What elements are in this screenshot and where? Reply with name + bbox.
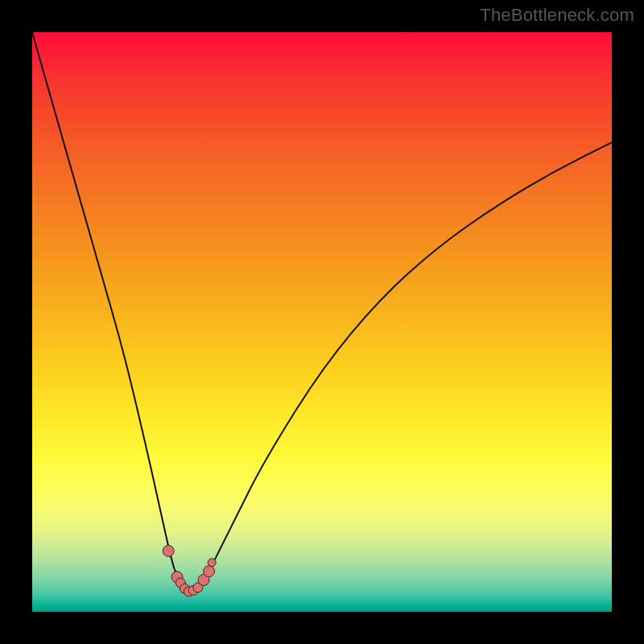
- plot-area: [32, 32, 612, 612]
- bottleneck-curve: [32, 32, 612, 593]
- marker-point: [204, 566, 215, 577]
- watermark-text: TheBottleneck.com: [480, 5, 634, 26]
- chart-frame: TheBottleneck.com: [0, 0, 644, 644]
- marker-point: [208, 559, 216, 567]
- marker-point: [163, 545, 174, 556]
- chart-svg: [32, 32, 612, 612]
- marker-group: [163, 545, 216, 596]
